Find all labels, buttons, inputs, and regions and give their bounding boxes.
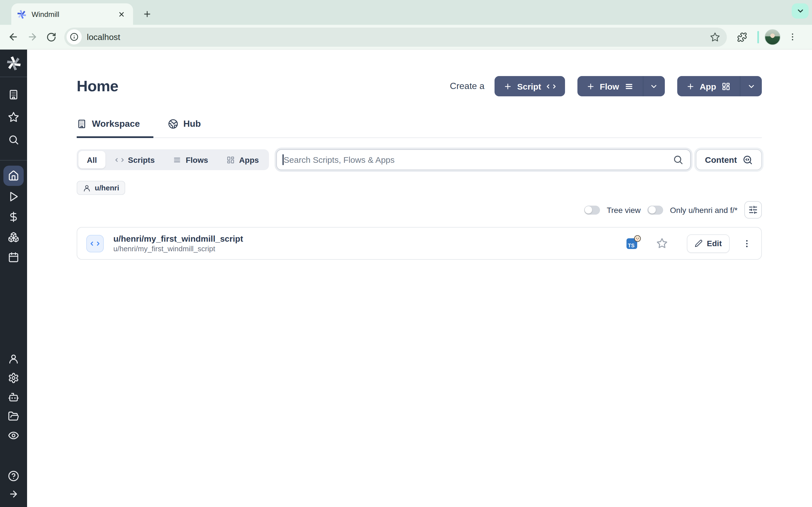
star-icon <box>8 112 19 123</box>
arrow-right-icon <box>8 489 18 499</box>
sidebar-expand-button[interactable] <box>3 484 24 504</box>
tree-view-label: Tree view <box>607 205 641 214</box>
content-button-label: Content <box>705 155 737 165</box>
sidebar-item-help[interactable] <box>3 466 24 486</box>
sidebar-item-settings[interactable] <box>3 368 24 388</box>
toolbar-separator <box>757 31 759 43</box>
sidebar-item-workers[interactable] <box>3 387 24 407</box>
text-caret <box>283 154 283 165</box>
code-icon <box>546 81 556 91</box>
kind-filter: All Scripts Flows Apps <box>77 149 269 170</box>
extensions-puzzle-icon[interactable] <box>732 27 752 47</box>
sidebar-item-workspace[interactable] <box>3 84 24 105</box>
typescript-badge: TS <box>626 238 637 249</box>
sidebar-item-runs[interactable] <box>3 186 24 207</box>
sidebar <box>0 50 27 507</box>
edit-button-label: Edit <box>707 239 722 248</box>
reload-button[interactable] <box>42 27 61 47</box>
content-search-button[interactable]: Content <box>696 149 762 170</box>
filter-scripts[interactable]: Scripts <box>107 151 163 168</box>
flow-dropdown-caret[interactable] <box>643 76 665 96</box>
tab-workspace[interactable]: Workspace <box>77 119 153 138</box>
fullscreen-chevron-button[interactable] <box>792 3 809 18</box>
main-area: Home Create a Script <box>27 50 812 507</box>
dollar-icon <box>8 211 19 223</box>
sidebar-item-home[interactable] <box>3 166 24 186</box>
only-owner-toggle[interactable] <box>647 205 663 214</box>
filter-apps[interactable]: Apps <box>218 151 267 168</box>
favorite-star-icon[interactable] <box>656 238 667 249</box>
user-icon <box>83 184 91 192</box>
sidebar-item-users[interactable] <box>3 349 24 369</box>
create-flow-button[interactable]: Flow <box>577 76 665 96</box>
create-script-label: Script <box>517 81 541 91</box>
pencil-icon <box>695 239 702 247</box>
browser-toolbar: localhost <box>0 25 812 50</box>
url-bar[interactable]: localhost <box>64 27 727 47</box>
new-tab-button[interactable] <box>139 6 155 22</box>
script-code-icon <box>86 235 104 252</box>
site-info-icon[interactable] <box>66 29 82 45</box>
sidebar-item-variables[interactable] <box>3 207 24 227</box>
tab-hub[interactable]: Hub <box>167 119 214 138</box>
app-dropdown-caret[interactable] <box>740 76 762 96</box>
sliders-icon <box>748 205 758 215</box>
create-app-label: App <box>700 81 716 91</box>
plus-icon <box>686 82 695 91</box>
filter-apps-label: Apps <box>239 155 259 164</box>
profile-avatar[interactable] <box>765 29 780 45</box>
toolbar-right <box>732 27 802 47</box>
typescript-badge-label: TS <box>628 242 635 248</box>
item-menu-kebab[interactable] <box>740 237 753 250</box>
boxes-icon <box>8 231 19 243</box>
windmill-favicon-icon <box>17 9 27 19</box>
create-app-button[interactable]: App <box>677 76 762 96</box>
tab-close-icon[interactable] <box>115 8 128 20</box>
app-shell: Home Create a Script <box>0 50 812 507</box>
filter-all-label: All <box>87 155 97 164</box>
view-tabs: Workspace Hub <box>77 119 762 138</box>
page-header: Home Create a Script <box>77 75 762 98</box>
sidebar-item-folders[interactable] <box>3 406 24 427</box>
play-icon <box>8 191 19 202</box>
owner-chip-label: u/henri <box>95 184 119 192</box>
flow-bars-icon <box>624 81 634 91</box>
search-code-icon <box>743 155 753 165</box>
browser-tab[interactable]: Windmill <box>11 3 133 25</box>
tree-view-toggle[interactable] <box>584 205 600 214</box>
home-icon <box>8 170 19 181</box>
create-script-button[interactable]: Script <box>495 76 565 96</box>
globe-icon <box>168 119 178 129</box>
owner-chip[interactable]: u/henri <box>77 181 125 195</box>
eye-icon <box>8 430 19 441</box>
sidebar-divider <box>0 160 27 161</box>
chevron-down-icon <box>650 82 658 91</box>
gear-icon <box>8 372 19 384</box>
edit-button[interactable]: Edit <box>687 234 730 252</box>
sidebar-item-schedules[interactable] <box>3 247 24 268</box>
back-button[interactable] <box>3 27 22 47</box>
calendar-icon <box>8 252 19 263</box>
item-text: u/henri/my_first_windmill_script u/henri… <box>113 234 243 253</box>
item-actions: TS Edit <box>626 234 753 252</box>
sidebar-item-search[interactable] <box>3 129 24 150</box>
filter-flows[interactable]: Flows <box>164 151 216 168</box>
script-list-item[interactable]: u/henri/my_first_windmill_script u/henri… <box>77 227 762 260</box>
search-icon <box>673 154 683 165</box>
building-icon <box>77 119 87 129</box>
sidebar-item-audit[interactable] <box>3 425 24 446</box>
search-icon <box>8 134 19 145</box>
only-owner-label: Only u/henri and f/* <box>670 205 738 214</box>
sidebar-item-resources[interactable] <box>3 227 24 247</box>
bookmark-star-icon[interactable] <box>708 30 722 44</box>
flow-bars-icon <box>173 155 182 164</box>
windmill-logo-icon[interactable] <box>3 53 24 73</box>
display-settings-button[interactable] <box>744 201 762 219</box>
sidebar-item-favorites[interactable] <box>3 107 24 127</box>
forward-button[interactable] <box>22 27 42 47</box>
chrome-menu-kebab-icon[interactable] <box>783 27 802 47</box>
item-path: u/henri/my_first_windmill_script <box>113 244 243 253</box>
search-input[interactable] <box>276 149 691 170</box>
chevron-down-icon <box>747 82 755 91</box>
filter-all[interactable]: All <box>79 151 105 168</box>
